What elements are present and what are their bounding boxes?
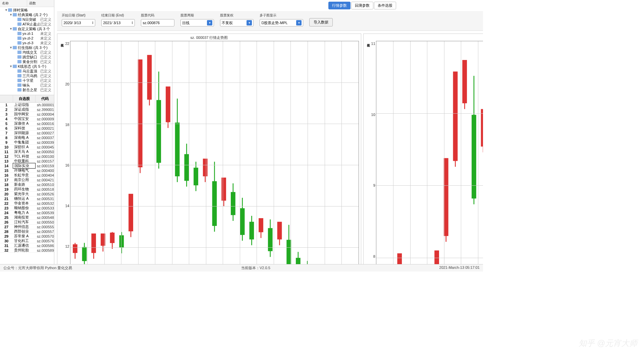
- stock-row[interactable]: 8深南电 Asz.000037: [0, 135, 54, 140]
- tree-item[interactable]: ATR止盈止损已定义: [0, 22, 54, 26]
- stock-row[interactable]: 10深纺织 Asz.000045: [0, 145, 54, 149]
- tree-item[interactable]: 十字星已定义: [0, 78, 54, 83]
- price-plot[interactable]: [376, 41, 483, 264]
- chevron-down-icon: ▼: [296, 20, 302, 25]
- y-ticks: 1110987: [371, 41, 376, 264]
- tab-bar: 行情参数回测参数条件选股: [54, 0, 483, 11]
- tree-item[interactable]: 均线交叉已定义: [0, 50, 54, 55]
- stock-row[interactable]: 30甘化科工sz.000576: [0, 239, 54, 243]
- tree-item[interactable]: 乌云盖顶已定义: [0, 69, 54, 73]
- tree-item[interactable]: N日突破已定义: [0, 17, 54, 22]
- tree-header-name: 名称: [0, 0, 27, 7]
- tree-item-status: 已定义: [40, 22, 53, 27]
- stock-row[interactable]: 27神州信息sz.000555: [0, 225, 54, 229]
- stock-row[interactable]: 20紫光学大sz.000526: [0, 192, 54, 196]
- stock-row[interactable]: 4中国宝安sz.000009: [0, 117, 54, 121]
- stock-row[interactable]: 21穗恒运 Asz.000531: [0, 196, 54, 201]
- stock-row[interactable]: 24粤电力 Asz.000539: [0, 210, 54, 215]
- stock-row[interactable]: 14国际实业sz.000159: [0, 164, 54, 168]
- y-axis-label: 日线不复权: [366, 41, 371, 264]
- stock-row[interactable]: 11深天马 Asz.000050: [0, 149, 54, 154]
- stock-row[interactable]: 32贵州轮胎sz.000589: [0, 248, 54, 253]
- import-button[interactable]: 导入数据: [309, 18, 333, 26]
- multi-select[interactable]: D股票走势-MPL▼: [260, 19, 303, 26]
- folder-icon: [17, 60, 21, 63]
- tree-item[interactable]: 三只乌鸦已定义: [0, 73, 54, 78]
- tree-item-status: 未定义: [40, 36, 53, 41]
- chevron-down-icon: ▼: [207, 20, 212, 25]
- end-date-label: 结束日期 (End): [101, 13, 135, 18]
- tree-item[interactable]: yx-zl-1未定义: [0, 31, 54, 36]
- price-plot[interactable]: [70, 41, 359, 264]
- stock-row[interactable]: 6深科技sz.000021: [0, 126, 54, 131]
- tree-item[interactable]: 跳空缺口已定义: [0, 55, 54, 59]
- stock-row[interactable]: 17南京公用sz.000421: [0, 178, 54, 182]
- stock-row[interactable]: 3国华网安sz.000004: [0, 112, 54, 117]
- disclosure-icon[interactable]: ▼: [9, 65, 13, 68]
- stock-row[interactable]: 22华金资本sz.000532: [0, 201, 54, 206]
- stock-list[interactable]: 1上证综指sh.0000012深证成指sz.3990013国华网安sz.0000…: [0, 103, 54, 264]
- tree-item[interactable]: 射击之星已定义: [0, 87, 54, 92]
- fq-select[interactable]: 不复权▼: [220, 19, 254, 26]
- tree-item[interactable]: ▼经典策略 (共 2 个): [0, 12, 54, 17]
- stock-row[interactable]: 28西部创业sz.000557: [0, 229, 54, 234]
- stepper-icon[interactable]: ▲▼: [92, 21, 94, 24]
- footer-left: 公众号：元宵大师带你用 Python 量化交易: [3, 265, 72, 270]
- stock-row[interactable]: 2深证成指sz.399001: [0, 107, 54, 112]
- tree-header: 名称 函数: [0, 0, 54, 7]
- tree-item[interactable]: yx-zl-2未定义: [0, 36, 54, 41]
- tree-item-status: 未定义: [40, 31, 53, 36]
- stock-code-label: 股票代码: [141, 13, 174, 18]
- tree-item-status: 已定义: [40, 17, 53, 22]
- stock-row[interactable]: 26江铃汽车sz.000550: [0, 220, 54, 225]
- tab-2[interactable]: 条件选股: [374, 2, 396, 9]
- tree-item[interactable]: ▼择时策略: [0, 8, 54, 12]
- fq-label: 股票复权: [220, 13, 254, 18]
- disclosure-icon[interactable]: ▼: [9, 13, 13, 16]
- tree-item[interactable]: ▼衍生指标 (共 3 个): [0, 45, 54, 50]
- tree-item-label: 择时策略: [13, 8, 53, 13]
- tree-item-label: yx-zl-2: [22, 36, 40, 40]
- stock-row[interactable]: 31汇源通信sz.000586: [0, 243, 54, 248]
- folder-icon: [17, 41, 21, 45]
- stock-code-input[interactable]: sz.000876: [141, 19, 174, 26]
- tree-item[interactable]: 黄金分割已定义: [0, 59, 54, 64]
- stock-row[interactable]: 19四环生物sz.000518: [0, 187, 54, 192]
- disclosure-icon[interactable]: ▼: [9, 27, 13, 31]
- stock-row[interactable]: 18新金路sz.000510: [0, 182, 54, 187]
- footer-right: 2021-March-13 05:17:01: [439, 265, 480, 270]
- multi-label: 多子图显示: [260, 13, 303, 18]
- stock-row[interactable]: 5深康佳 Asz.000016: [0, 121, 54, 126]
- stock-row[interactable]: 1上证综指sh.000001: [0, 103, 54, 107]
- svg-rect-115: [481, 109, 483, 146]
- tree-item-label: yx-zl-3: [22, 41, 40, 45]
- stepper-icon[interactable]: ▲▼: [131, 21, 133, 24]
- end-date-input[interactable]: 2021/ 3/13▲▼: [101, 19, 135, 26]
- stock-row[interactable]: 9中集集团sz.000039: [0, 140, 54, 145]
- tree-item-label: 跳空缺口: [22, 55, 40, 60]
- tree-item-label: 自定义策略 (共 3 个: [18, 26, 53, 32]
- disclosure-icon[interactable]: ▼: [9, 46, 13, 49]
- folder-icon: [17, 22, 21, 26]
- tree-item-status: 已定义: [40, 50, 53, 55]
- tree-item-label: yx-zl-1: [22, 32, 40, 36]
- stock-row[interactable]: 7深圳能源sz.000027: [0, 131, 54, 135]
- tree-item-label: 三只乌鸦: [22, 73, 40, 78]
- tab-1[interactable]: 回测参数: [351, 2, 373, 9]
- disclosure-icon[interactable]: ▼: [5, 8, 8, 12]
- tree-item[interactable]: yx-zl-3未定义: [0, 41, 54, 45]
- start-date-input[interactable]: 2020/ 3/13▲▼: [62, 19, 95, 26]
- tree-item[interactable]: ▼自定义策略 (共 3 个: [0, 26, 54, 31]
- tree-item[interactable]: 锤头已定义: [0, 83, 54, 87]
- tree-item[interactable]: ▼K线形态 (共 5 个): [0, 64, 54, 69]
- chevron-down-icon: ▼: [247, 20, 252, 25]
- period-select[interactable]: 日线▼: [180, 19, 214, 26]
- stock-row[interactable]: 12TCL 科技sz.000100: [0, 154, 54, 159]
- stock-row[interactable]: 23顺钠股份sz.000533: [0, 206, 54, 210]
- stock-row[interactable]: 16长虹华意sz.000404: [0, 173, 54, 178]
- tab-0[interactable]: 行情参数: [328, 2, 351, 9]
- stock-row[interactable]: 29苏常柴 Asz.000570: [0, 234, 54, 239]
- stock-row[interactable]: 15许继电气sz.000400: [0, 168, 54, 173]
- stock-row[interactable]: 25湖南投资sz.000548: [0, 215, 54, 220]
- strategy-tree[interactable]: ▼择时策略▼经典策略 (共 2 个)N日突破已定义ATR止盈止损已定义▼自定义策…: [0, 7, 54, 95]
